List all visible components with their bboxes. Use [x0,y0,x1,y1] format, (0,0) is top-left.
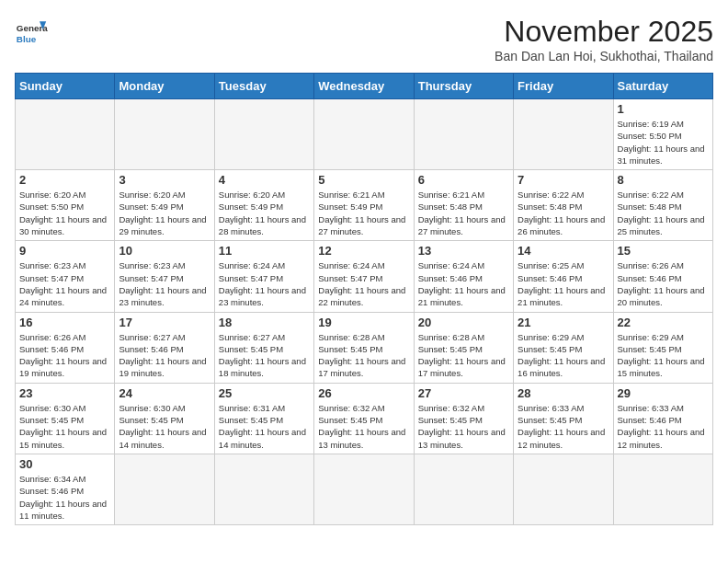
day-4: 4 Sunrise: 6:20 AM Sunset: 5:49 PM Dayli… [214,170,313,241]
header-wednesday: Wednesday [314,74,414,99]
logo: General Blue [15,15,48,48]
day-3: 3 Sunrise: 6:20 AM Sunset: 5:49 PM Dayli… [115,170,214,241]
empty-cell [115,454,214,524]
empty-cell [115,99,214,170]
location: Ban Dan Lan Hoi, Sukhothai, Thailand [495,49,713,63]
calendar-row-4: 16 Sunrise: 6:26 AM Sunset: 5:46 PM Dayl… [16,312,713,383]
empty-cell [16,99,115,170]
header-tuesday: Tuesday [214,74,313,99]
day-13: 13 Sunrise: 6:24 AM Sunset: 5:46 PM Dayl… [414,241,513,312]
header-friday: Friday [514,74,613,99]
month-title: November 2025 [495,15,713,49]
day-20: 20 Sunrise: 6:28 AM Sunset: 5:45 PM Dayl… [414,312,513,383]
day-2: 2 Sunrise: 6:20 AM Sunset: 5:50 PM Dayli… [16,170,115,241]
empty-cell [314,99,414,170]
empty-cell [414,454,513,524]
day-18: 18 Sunrise: 6:27 AM Sunset: 5:45 PM Dayl… [214,312,313,383]
header-thursday: Thursday [414,74,513,99]
weekday-header-row: Sunday Monday Tuesday Wednesday Thursday… [16,74,713,99]
day-27: 27 Sunrise: 6:32 AM Sunset: 5:45 PM Dayl… [414,383,513,454]
calendar-row-5: 23 Sunrise: 6:30 AM Sunset: 5:45 PM Dayl… [16,383,713,454]
day-12: 12 Sunrise: 6:24 AM Sunset: 5:47 PM Dayl… [314,241,414,312]
calendar-row-3: 9 Sunrise: 6:23 AM Sunset: 5:47 PM Dayli… [16,241,713,312]
day-17: 17 Sunrise: 6:27 AM Sunset: 5:46 PM Dayl… [115,312,214,383]
day-23: 23 Sunrise: 6:30 AM Sunset: 5:45 PM Dayl… [16,383,115,454]
day-6: 6 Sunrise: 6:21 AM Sunset: 5:48 PM Dayli… [414,170,513,241]
calendar-row-6: 30 Sunrise: 6:34 AM Sunset: 5:46 PM Dayl… [16,454,713,524]
day-29: 29 Sunrise: 6:33 AM Sunset: 5:46 PM Dayl… [613,383,712,454]
header-monday: Monday [115,74,214,99]
day-28: 28 Sunrise: 6:33 AM Sunset: 5:45 PM Dayl… [514,383,613,454]
calendar-table: Sunday Monday Tuesday Wednesday Thursday… [15,73,713,525]
day-25: 25 Sunrise: 6:31 AM Sunset: 5:45 PM Dayl… [214,383,313,454]
empty-cell [613,454,712,524]
day-8: 8 Sunrise: 6:22 AM Sunset: 5:48 PM Dayli… [613,170,712,241]
day-22: 22 Sunrise: 6:29 AM Sunset: 5:45 PM Dayl… [613,312,712,383]
day-10: 10 Sunrise: 6:23 AM Sunset: 5:47 PM Dayl… [115,241,214,312]
day-15: 15 Sunrise: 6:26 AM Sunset: 5:46 PM Dayl… [613,241,712,312]
title-area: November 2025 Ban Dan Lan Hoi, Sukhothai… [495,15,713,63]
svg-text:Blue: Blue [17,34,37,44]
empty-cell [514,99,613,170]
header-sunday: Sunday [16,74,115,99]
header: General Blue November 2025 Ban Dan Lan H… [15,15,713,63]
logo-icon: General Blue [15,15,48,48]
day-21: 21 Sunrise: 6:29 AM Sunset: 5:45 PM Dayl… [514,312,613,383]
empty-cell [314,454,414,524]
day-9: 9 Sunrise: 6:23 AM Sunset: 5:47 PM Dayli… [16,241,115,312]
empty-cell [414,99,513,170]
day-24: 24 Sunrise: 6:30 AM Sunset: 5:45 PM Dayl… [115,383,214,454]
day-26: 26 Sunrise: 6:32 AM Sunset: 5:45 PM Dayl… [314,383,414,454]
calendar-row-1: 1 Sunrise: 6:19 AM Sunset: 5:50 PM Dayli… [16,99,713,170]
day-14: 14 Sunrise: 6:25 AM Sunset: 5:46 PM Dayl… [514,241,613,312]
day-16: 16 Sunrise: 6:26 AM Sunset: 5:46 PM Dayl… [16,312,115,383]
day-5: 5 Sunrise: 6:21 AM Sunset: 5:49 PM Dayli… [314,170,414,241]
empty-cell [514,454,613,524]
empty-cell [214,454,313,524]
day-30: 30 Sunrise: 6:34 AM Sunset: 5:46 PM Dayl… [16,454,115,524]
day-11: 11 Sunrise: 6:24 AM Sunset: 5:47 PM Dayl… [214,241,313,312]
empty-cell [214,99,313,170]
day-19: 19 Sunrise: 6:28 AM Sunset: 5:45 PM Dayl… [314,312,414,383]
day-7: 7 Sunrise: 6:22 AM Sunset: 5:48 PM Dayli… [514,170,613,241]
header-saturday: Saturday [613,74,712,99]
day-1: 1 Sunrise: 6:19 AM Sunset: 5:50 PM Dayli… [613,99,712,170]
calendar-row-2: 2 Sunrise: 6:20 AM Sunset: 5:50 PM Dayli… [16,170,713,241]
